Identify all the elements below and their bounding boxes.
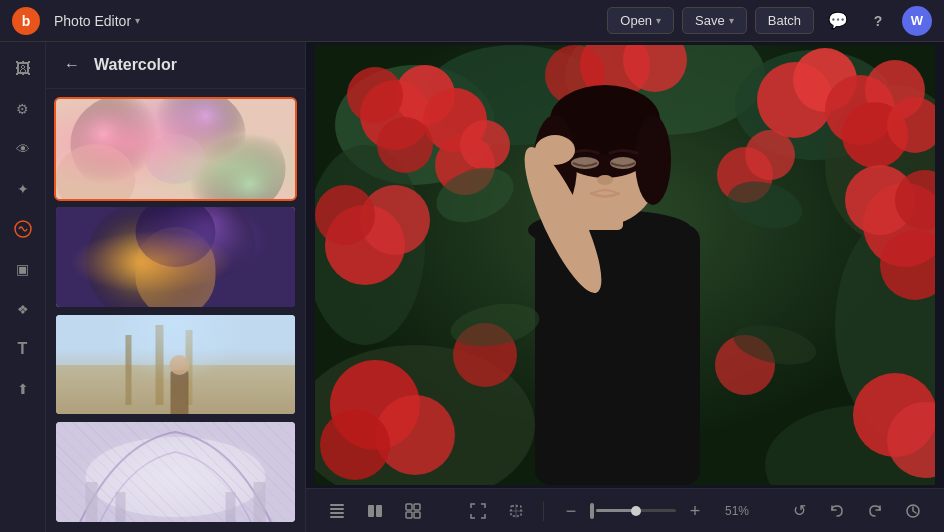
compare-icon — [366, 502, 384, 520]
svg-rect-12 — [56, 315, 295, 417]
magic-icon: ✦ — [17, 181, 29, 197]
text-icon: T — [18, 340, 28, 358]
svg-point-79 — [745, 130, 795, 180]
history-button[interactable] — [898, 496, 928, 526]
toolbar-left-group — [322, 496, 428, 526]
open-chevron-icon: ▾ — [656, 15, 661, 26]
svg-point-40 — [377, 117, 433, 173]
svg-rect-95 — [414, 512, 420, 518]
svg-point-21 — [86, 437, 266, 517]
undo-button[interactable] — [822, 496, 852, 526]
zoom-out-button[interactable]: − — [556, 496, 586, 526]
redo-icon — [866, 502, 884, 520]
svg-point-49 — [315, 185, 375, 245]
layers-button[interactable] — [322, 496, 352, 526]
open-button[interactable]: Open ▾ — [607, 7, 674, 34]
zoom-bar-indicator — [590, 503, 594, 519]
svg-rect-15 — [156, 325, 164, 405]
history-icon — [904, 502, 922, 520]
redo-button[interactable] — [860, 496, 890, 526]
svg-point-2 — [71, 99, 181, 194]
svg-point-56 — [320, 410, 390, 480]
svg-rect-90 — [368, 505, 374, 517]
user-avatar[interactable]: W — [902, 6, 932, 36]
svg-point-73 — [597, 175, 613, 185]
effect-item-2[interactable]: Watercolor DLX 2 — [54, 205, 297, 309]
help-button[interactable]: ? — [862, 5, 894, 37]
svg-point-11 — [136, 207, 216, 267]
zoom-out-icon: − — [566, 502, 577, 520]
svg-point-19 — [170, 355, 190, 375]
chat-button[interactable]: 💬 — [822, 5, 854, 37]
effect-item-1[interactable]: Watercolor DLX 1 — [54, 97, 297, 201]
svg-rect-93 — [414, 504, 420, 510]
undo-icon — [828, 502, 846, 520]
zoom-percent-label: 51% — [714, 504, 749, 518]
expand-button[interactable] — [463, 496, 493, 526]
svg-rect-24 — [116, 492, 126, 524]
svg-rect-86 — [330, 508, 344, 510]
separator-1 — [543, 501, 544, 521]
sidebar-item-magic[interactable]: ✦ — [6, 172, 40, 206]
svg-rect-87 — [330, 512, 344, 514]
sidebar-item-export[interactable]: ⬆ — [6, 372, 40, 406]
rotate-button[interactable]: ↺ — [784, 496, 814, 526]
svg-rect-94 — [406, 512, 412, 518]
effect-thumbnail-4 — [56, 422, 295, 524]
svg-rect-7 — [56, 207, 295, 309]
svg-point-77 — [460, 120, 510, 170]
main-area: 🖼 ⚙ 👁 ✦ ▣ ❖ T ⬆ — [0, 42, 944, 532]
effect-thumbnail-2 — [56, 207, 295, 309]
svg-rect-89 — [330, 516, 344, 518]
svg-rect-14 — [56, 365, 295, 417]
sidebar-item-adjustments[interactable]: ⚙ — [6, 92, 40, 126]
save-chevron-icon: ▾ — [729, 15, 734, 26]
svg-point-3 — [146, 99, 246, 179]
svg-rect-18 — [171, 370, 189, 417]
effect-thumbnail-3 — [56, 315, 295, 417]
grid-button[interactable] — [398, 496, 428, 526]
app-title-dropdown[interactable]: Photo Editor ▾ — [48, 9, 146, 33]
adjustments-icon: ⚙ — [16, 101, 29, 117]
svg-point-9 — [136, 207, 256, 302]
svg-rect-20 — [56, 422, 295, 524]
layers-icon — [328, 502, 346, 520]
svg-rect-63 — [535, 225, 700, 485]
rotate-icon: ↺ — [793, 501, 806, 520]
back-button[interactable]: ← — [60, 54, 84, 76]
svg-point-4 — [166, 119, 286, 201]
save-button[interactable]: Save ▾ — [682, 7, 747, 34]
app-logo: b — [12, 7, 40, 35]
effects-list: Watercolor DLX 1 — [46, 89, 305, 532]
crop-button[interactable] — [501, 496, 531, 526]
zoom-track[interactable] — [596, 509, 676, 512]
svg-rect-1 — [56, 99, 295, 201]
effect-item-4[interactable]: Watercolor DLX 4 — [54, 420, 297, 524]
export-icon: ⬆ — [17, 381, 29, 397]
zoom-in-icon: + — [690, 502, 701, 520]
svg-rect-16 — [186, 330, 193, 405]
canvas-area: − + 51% ↺ — [306, 42, 944, 532]
bottom-toolbar: − + 51% ↺ — [306, 488, 944, 532]
effects-icon — [13, 219, 33, 239]
sidebar-item-frame[interactable]: ▣ — [6, 252, 40, 286]
svg-rect-23 — [254, 482, 266, 524]
grid-icon — [404, 502, 422, 520]
crop-icon — [507, 502, 525, 520]
zoom-slider[interactable] — [590, 503, 676, 519]
sidebar-item-image[interactable]: 🖼 — [6, 52, 40, 86]
title-chevron-icon: ▾ — [135, 15, 140, 26]
batch-button[interactable]: Batch — [755, 7, 814, 34]
compare-button[interactable] — [360, 496, 390, 526]
effect-thumbnail-1 — [56, 99, 295, 201]
sidebar-item-overlay[interactable]: ❖ — [6, 292, 40, 326]
sidebar-item-text[interactable]: T — [6, 332, 40, 366]
sidebar-item-eye[interactable]: 👁 — [6, 132, 40, 166]
svg-rect-91 — [376, 505, 382, 517]
zoom-in-button[interactable]: + — [680, 496, 710, 526]
effect-item-3[interactable]: Watercolor DLX 3 — [54, 313, 297, 417]
sidebar-item-effects[interactable] — [6, 212, 40, 246]
effects-panel: ← Watercolor — [46, 42, 306, 532]
zoom-controls: − + 51% — [556, 496, 749, 526]
overlay-icon: ❖ — [17, 302, 29, 317]
